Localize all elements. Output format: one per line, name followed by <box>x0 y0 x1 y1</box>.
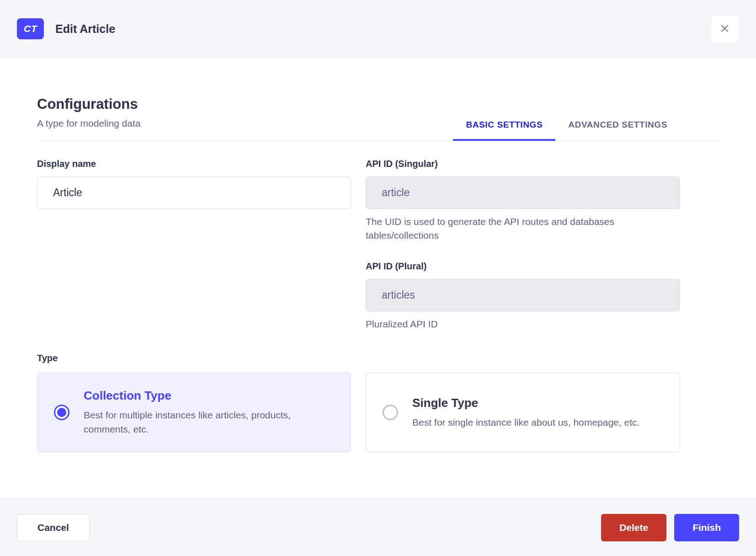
page-subtitle: A type for modeling data <box>37 118 140 129</box>
modal-title: Edit Article <box>55 22 115 36</box>
api-id-singular-help: The UID is used to generate the API rout… <box>366 215 658 243</box>
footer-actions: Delete Finish <box>601 514 739 541</box>
edit-article-modal: CT Edit Article ✕ Configurations A type … <box>0 0 756 556</box>
tab-basic-settings[interactable]: BASIC SETTINGS <box>453 112 555 141</box>
content-type-badge: CT <box>17 18 44 39</box>
api-id-plural-field-group: API ID (Plural) Pluralized API ID <box>366 261 680 331</box>
radio-dot <box>57 408 66 417</box>
content-type-badge-label: CT <box>24 23 37 34</box>
tab-advanced-settings[interactable]: ADVANCED SETTINGS <box>555 112 680 141</box>
finish-button[interactable]: Finish <box>674 514 739 541</box>
single-type-text: Single Type Best for single instance lik… <box>412 396 639 429</box>
type-section-label: Type <box>37 353 58 363</box>
collection-type-title: Collection Type <box>84 389 333 403</box>
page-title: Configurations <box>37 96 140 112</box>
delete-button[interactable]: Delete <box>601 514 666 541</box>
close-button[interactable]: ✕ <box>710 15 739 43</box>
cancel-button[interactable]: Cancel <box>17 514 90 541</box>
api-id-singular-input <box>366 176 680 209</box>
modal-footer: Cancel Delete Finish <box>0 498 756 556</box>
api-id-plural-label: API ID (Plural) <box>366 261 680 272</box>
modal-header: CT Edit Article ✕ <box>0 0 756 58</box>
close-icon: ✕ <box>719 23 730 35</box>
type-section-label-wrap: Type <box>37 353 351 364</box>
collection-type-card-wrap: Collection Type Best for multiple instan… <box>37 373 351 452</box>
api-id-singular-label: API ID (Singular) <box>366 159 680 169</box>
radio-checked-icon[interactable] <box>54 405 69 420</box>
collection-type-text: Collection Type Best for multiple instan… <box>84 389 333 436</box>
settings-tabs: BASIC SETTINGS ADVANCED SETTINGS <box>453 112 680 141</box>
api-id-plural-help: Pluralized API ID <box>366 317 658 331</box>
modal-body: Configurations A type for modeling data … <box>0 58 756 498</box>
single-type-card-wrap: Single Type Best for single instance lik… <box>366 373 680 452</box>
display-name-label: Display name <box>37 159 351 169</box>
configuration-form: Display name API ID (Singular) The UID i… <box>37 159 719 452</box>
radio-unchecked-icon[interactable] <box>383 405 398 420</box>
config-header: Configurations A type for modeling data … <box>37 96 719 141</box>
api-id-plural-input <box>366 279 680 311</box>
config-titles: Configurations A type for modeling data <box>37 96 140 141</box>
collection-type-description: Best for multiple instances like article… <box>84 408 333 436</box>
display-name-input[interactable] <box>37 176 351 209</box>
api-id-singular-field-group: API ID (Singular) The UID is used to gen… <box>366 159 680 243</box>
single-type-description: Best for single instance like about us, … <box>412 415 639 429</box>
single-type-title: Single Type <box>412 396 639 410</box>
collection-type-option[interactable]: Collection Type Best for multiple instan… <box>37 373 351 452</box>
display-name-field-group: Display name <box>37 159 351 243</box>
single-type-option[interactable]: Single Type Best for single instance lik… <box>366 373 680 452</box>
